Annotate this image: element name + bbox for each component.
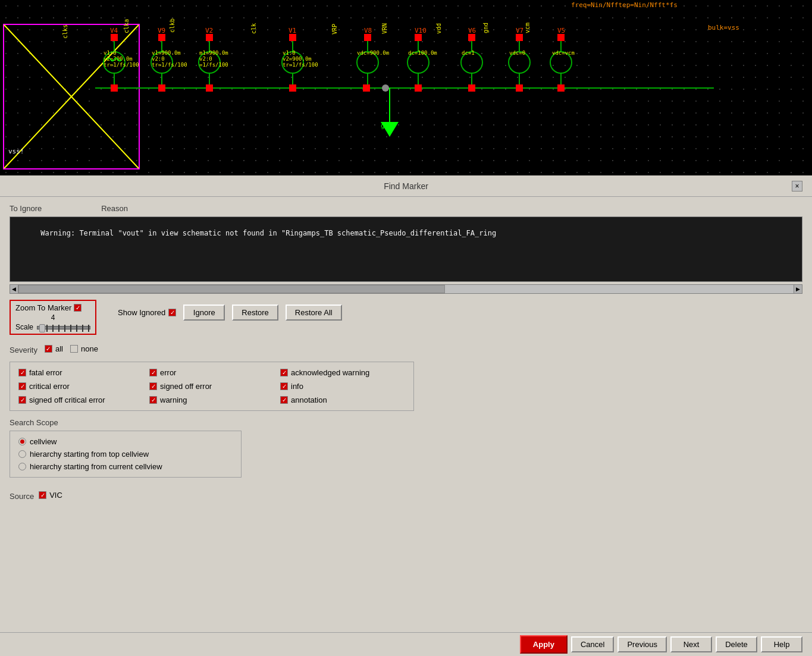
help-button[interactable]: Help bbox=[761, 636, 802, 652]
svg-text:tr=1/fs/100: tr=1/fs/100 bbox=[283, 62, 318, 68]
svg-text:v2:0: v2:0 bbox=[199, 56, 212, 62]
severity-critical-error-label: critical error bbox=[29, 382, 70, 391]
svg-text:V9: V9 bbox=[158, 27, 165, 34]
severity-signed-off-error-label: signed off error bbox=[160, 382, 212, 391]
svg-text:gnd: gnd bbox=[482, 23, 489, 33]
svg-text:clks: clks bbox=[62, 24, 68, 39]
source-vic-checkbox[interactable] bbox=[39, 491, 46, 499]
search-scope-title: Search Scope bbox=[10, 418, 802, 427]
scale-slider-thumb[interactable] bbox=[39, 324, 45, 332]
severity-none-label: none bbox=[81, 344, 98, 353]
previous-button[interactable]: Previous bbox=[617, 636, 667, 652]
severity-error-label: error bbox=[160, 368, 176, 377]
schematic-canvas: V4 V9 V2 V1 V8 V10 V6 V7 V5 v1:0 v2=300.… bbox=[0, 0, 812, 175]
svg-text:V5: V5 bbox=[557, 27, 565, 34]
scope-hierarchy-top-label: hierarchy starting from top cellview bbox=[30, 450, 149, 459]
severity-annotation-cb[interactable] bbox=[280, 396, 288, 404]
svg-text:dc=100.0m: dc=100.0m bbox=[408, 50, 437, 56]
svg-rect-35 bbox=[289, 34, 296, 41]
severity-signed-off-critical-label: signed off critical error bbox=[29, 396, 105, 404]
radio-hierarchy-top[interactable] bbox=[18, 450, 26, 458]
col-header-reason: Reason bbox=[101, 204, 128, 213]
svg-rect-39 bbox=[516, 34, 523, 41]
svg-rect-42 bbox=[158, 84, 165, 92]
svg-text:V7: V7 bbox=[516, 27, 523, 34]
svg-text:dc=1: dc=1 bbox=[462, 50, 475, 56]
svg-text:clkb: clkb bbox=[169, 18, 175, 33]
ignore-button[interactable]: Ignore bbox=[183, 305, 225, 321]
svg-text:freq=Nin/Nfftep=Nin/Nfft*fs: freq=Nin/Nfftep=Nin/Nfft*fs bbox=[571, 1, 678, 9]
svg-rect-43 bbox=[206, 84, 213, 92]
svg-text:VRP: VRP bbox=[331, 24, 338, 34]
cancel-button[interactable]: Cancel bbox=[571, 636, 614, 652]
svg-text:v1=900.0m: v1=900.0m bbox=[152, 50, 181, 56]
zoom-to-marker-label: Zoom To Marker bbox=[15, 303, 71, 312]
svg-text:gnd: gnd bbox=[381, 122, 393, 130]
svg-text:clka: clka bbox=[123, 19, 130, 33]
svg-text:V8: V8 bbox=[364, 27, 372, 34]
zoom-value: 4 bbox=[15, 313, 90, 322]
svg-rect-45 bbox=[363, 84, 370, 92]
svg-text:vdc=0: vdc=0 bbox=[509, 50, 525, 56]
svg-text:=1/fs/100: =1/fs/100 bbox=[199, 62, 228, 68]
svg-text:vdc=vcm: vdc=vcm bbox=[552, 50, 575, 56]
scale-label: Scale bbox=[15, 323, 33, 331]
severity-error-cb[interactable] bbox=[149, 369, 157, 376]
svg-rect-33 bbox=[158, 34, 165, 41]
next-button[interactable]: Next bbox=[670, 636, 712, 652]
close-button[interactable]: × bbox=[792, 181, 802, 192]
severity-info-label: info bbox=[291, 382, 303, 391]
svg-rect-49 bbox=[557, 84, 565, 92]
apply-button[interactable]: Apply bbox=[520, 635, 568, 654]
severity-fatal-error-cb[interactable] bbox=[18, 369, 26, 376]
radio-cellview[interactable] bbox=[18, 438, 26, 445]
severity-info-cb[interactable] bbox=[280, 382, 288, 390]
col-header-to-ignore: To Ignore bbox=[10, 204, 42, 213]
svg-rect-47 bbox=[468, 84, 475, 92]
scope-cellview-label: cellview bbox=[30, 437, 57, 446]
svg-point-50 bbox=[382, 84, 389, 92]
svg-text:vss!: vss! bbox=[8, 147, 24, 155]
dialog-title: Find Marker bbox=[274, 181, 538, 191]
svg-text:V2: V2 bbox=[205, 27, 213, 34]
bottom-button-bar: Apply Cancel Previous Next Delete Help bbox=[0, 632, 812, 656]
severity-critical-error-cb[interactable] bbox=[18, 382, 26, 390]
restore-button[interactable]: Restore bbox=[232, 305, 278, 321]
svg-text:m1=900.0m: m1=900.0m bbox=[199, 50, 228, 56]
radio-hierarchy-current[interactable] bbox=[18, 463, 26, 470]
severity-all-checkbox[interactable] bbox=[45, 345, 52, 353]
svg-text:tr=1/fs/100: tr=1/fs/100 bbox=[152, 62, 187, 68]
show-ignored-checkbox[interactable] bbox=[168, 309, 176, 316]
severity-signed-off-error-cb[interactable] bbox=[149, 382, 157, 390]
svg-rect-38 bbox=[468, 34, 475, 41]
svg-rect-34 bbox=[206, 34, 213, 41]
zoom-to-marker-checkbox[interactable] bbox=[74, 304, 81, 312]
svg-text:V6: V6 bbox=[468, 27, 476, 34]
svg-rect-37 bbox=[415, 34, 422, 41]
svg-text:vcm: vcm bbox=[524, 23, 531, 33]
dialog-titlebar: Find Marker × bbox=[0, 175, 812, 197]
warning-text-area: Warning: Terminal "vout" in view schemat… bbox=[10, 216, 802, 282]
scope-hierarchy-current-label: hierarchy starting from current cellview bbox=[30, 462, 162, 471]
svg-text:v1:0: v1:0 bbox=[104, 50, 117, 56]
svg-text:v2=900.0m: v2=900.0m bbox=[283, 56, 312, 62]
severity-fatal-error-label: fatal error bbox=[29, 368, 62, 377]
svg-text:vdc=900.0m: vdc=900.0m bbox=[357, 50, 389, 56]
severity-ack-warning-cb[interactable] bbox=[280, 369, 288, 376]
restore-all-button[interactable]: Restore All bbox=[286, 305, 342, 321]
severity-all-label: all bbox=[55, 344, 63, 353]
zoom-to-marker-box: Zoom To Marker 4 Scale bbox=[10, 300, 96, 335]
svg-text:clk: clk bbox=[250, 23, 257, 34]
delete-button[interactable]: Delete bbox=[716, 636, 757, 652]
svg-text:vdd: vdd bbox=[435, 23, 442, 34]
svg-rect-32 bbox=[111, 34, 118, 41]
show-ignored-label: Show Ignored bbox=[118, 308, 165, 317]
severity-warning-cb[interactable] bbox=[149, 396, 157, 404]
svg-rect-44 bbox=[289, 84, 296, 92]
severity-none-checkbox[interactable] bbox=[70, 345, 78, 353]
svg-rect-36 bbox=[364, 34, 371, 41]
svg-text:V4: V4 bbox=[110, 27, 118, 34]
severity-signed-off-critical-cb[interactable] bbox=[18, 396, 26, 404]
severity-label: Severity bbox=[10, 346, 37, 354]
svg-rect-46 bbox=[415, 84, 422, 92]
